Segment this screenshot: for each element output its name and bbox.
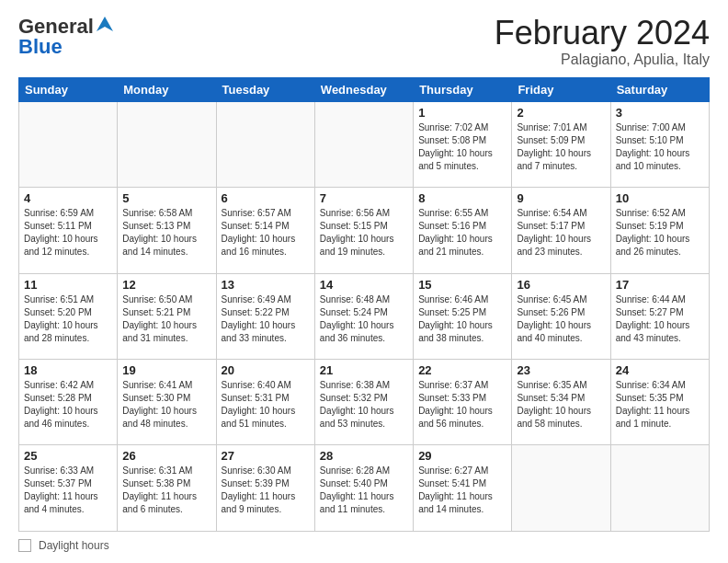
subtitle: Palagiano, Apulia, Italy	[495, 52, 710, 68]
day-info: Sunrise: 6:54 AM Sunset: 5:17 PM Dayligh…	[517, 207, 605, 259]
table-row	[216, 101, 314, 187]
day-number: 20	[222, 363, 310, 377]
table-row	[118, 101, 216, 187]
title-block: February 2024 Palagiano, Apulia, Italy	[495, 15, 710, 68]
day-number: 6	[222, 191, 310, 205]
day-info: Sunrise: 6:49 AM Sunset: 5:22 PM Dayligh…	[222, 293, 310, 345]
daylight-legend-label: Daylight hours	[39, 539, 109, 552]
day-info: Sunrise: 6:52 AM Sunset: 5:19 PM Dayligh…	[616, 207, 704, 259]
logo-blue-text: Blue	[18, 35, 63, 59]
day-info: Sunrise: 7:01 AM Sunset: 5:09 PM Dayligh…	[517, 121, 605, 173]
logo: General Blue	[18, 15, 115, 59]
day-info: Sunrise: 6:35 AM Sunset: 5:34 PM Dayligh…	[517, 379, 605, 431]
table-row: 7Sunrise: 6:56 AM Sunset: 5:15 PM Daylig…	[314, 188, 413, 273]
day-number: 18	[24, 363, 112, 377]
day-info: Sunrise: 6:37 AM Sunset: 5:33 PM Dayligh…	[418, 379, 506, 431]
day-info: Sunrise: 7:00 AM Sunset: 5:10 PM Dayligh…	[616, 121, 704, 173]
daylight-legend-box	[18, 539, 31, 552]
day-info: Sunrise: 6:57 AM Sunset: 5:14 PM Dayligh…	[222, 207, 310, 259]
table-row: 21Sunrise: 6:38 AM Sunset: 5:32 PM Dayli…	[314, 360, 413, 445]
day-number: 17	[616, 278, 704, 292]
day-info: Sunrise: 6:30 AM Sunset: 5:39 PM Dayligh…	[222, 465, 310, 516]
table-row: 23Sunrise: 6:35 AM Sunset: 5:34 PM Dayli…	[512, 360, 610, 445]
day-number: 13	[222, 278, 310, 292]
table-row: 5Sunrise: 6:58 AM Sunset: 5:13 PM Daylig…	[118, 188, 216, 273]
table-row: 29Sunrise: 6:27 AM Sunset: 5:41 PM Dayli…	[414, 445, 512, 532]
day-info: Sunrise: 6:41 AM Sunset: 5:30 PM Dayligh…	[122, 379, 210, 431]
svg-marker-0	[97, 17, 113, 31]
table-row: 6Sunrise: 6:57 AM Sunset: 5:14 PM Daylig…	[216, 188, 314, 273]
weekday-monday: Monday	[118, 77, 216, 101]
table-row: 20Sunrise: 6:40 AM Sunset: 5:31 PM Dayli…	[216, 360, 314, 445]
day-number: 10	[616, 191, 704, 205]
day-info: Sunrise: 6:59 AM Sunset: 5:11 PM Dayligh…	[24, 207, 112, 259]
day-number: 24	[616, 363, 704, 377]
day-info: Sunrise: 6:40 AM Sunset: 5:31 PM Dayligh…	[222, 379, 310, 431]
day-number: 1	[418, 106, 506, 120]
weekday-friday: Friday	[512, 77, 610, 101]
table-row: 8Sunrise: 6:55 AM Sunset: 5:16 PM Daylig…	[414, 188, 512, 273]
calendar-header: Sunday Monday Tuesday Wednesday Thursday…	[19, 77, 710, 101]
day-number: 15	[418, 278, 506, 292]
main-title: February 2024	[495, 15, 710, 52]
day-number: 3	[616, 106, 704, 120]
day-number: 25	[24, 449, 112, 463]
table-row: 15Sunrise: 6:46 AM Sunset: 5:25 PM Dayli…	[414, 273, 512, 359]
day-number: 28	[320, 449, 408, 463]
table-row	[314, 101, 413, 187]
day-info: Sunrise: 6:58 AM Sunset: 5:13 PM Dayligh…	[122, 207, 210, 259]
table-row: 16Sunrise: 6:45 AM Sunset: 5:26 PM Dayli…	[512, 273, 610, 359]
weekday-sunday: Sunday	[19, 77, 118, 101]
day-number: 9	[517, 191, 605, 205]
table-row	[610, 445, 709, 532]
weekday-saturday: Saturday	[610, 77, 709, 101]
day-info: Sunrise: 6:45 AM Sunset: 5:26 PM Dayligh…	[517, 293, 605, 345]
table-row: 2Sunrise: 7:01 AM Sunset: 5:09 PM Daylig…	[512, 101, 610, 187]
day-info: Sunrise: 6:42 AM Sunset: 5:28 PM Dayligh…	[24, 379, 112, 431]
table-row: 10Sunrise: 6:52 AM Sunset: 5:19 PM Dayli…	[610, 188, 709, 273]
footer: Daylight hours	[18, 539, 710, 552]
day-number: 7	[320, 191, 408, 205]
day-info: Sunrise: 6:28 AM Sunset: 5:40 PM Dayligh…	[320, 465, 408, 516]
day-info: Sunrise: 6:44 AM Sunset: 5:27 PM Dayligh…	[616, 293, 704, 345]
table-row	[512, 445, 610, 532]
table-row: 11Sunrise: 6:51 AM Sunset: 5:20 PM Dayli…	[19, 273, 118, 359]
day-number: 8	[418, 191, 506, 205]
day-number: 19	[122, 363, 210, 377]
calendar-table: Sunday Monday Tuesday Wednesday Thursday…	[18, 77, 710, 532]
day-number: 16	[517, 278, 605, 292]
day-info: Sunrise: 6:33 AM Sunset: 5:37 PM Dayligh…	[24, 465, 112, 516]
day-info: Sunrise: 7:02 AM Sunset: 5:08 PM Dayligh…	[418, 121, 506, 173]
table-row: 13Sunrise: 6:49 AM Sunset: 5:22 PM Dayli…	[216, 273, 314, 359]
day-info: Sunrise: 6:51 AM Sunset: 5:20 PM Dayligh…	[24, 293, 112, 345]
weekday-wednesday: Wednesday	[314, 77, 413, 101]
table-row: 26Sunrise: 6:31 AM Sunset: 5:38 PM Dayli…	[118, 445, 216, 532]
table-row: 17Sunrise: 6:44 AM Sunset: 5:27 PM Dayli…	[610, 273, 709, 359]
table-row: 22Sunrise: 6:37 AM Sunset: 5:33 PM Dayli…	[414, 360, 512, 445]
table-row: 9Sunrise: 6:54 AM Sunset: 5:17 PM Daylig…	[512, 188, 610, 273]
day-number: 21	[320, 363, 408, 377]
day-number: 26	[122, 449, 210, 463]
table-row: 24Sunrise: 6:34 AM Sunset: 5:35 PM Dayli…	[610, 360, 709, 445]
weekday-thursday: Thursday	[414, 77, 512, 101]
logo-bird-icon	[95, 15, 115, 35]
day-number: 5	[122, 191, 210, 205]
day-number: 14	[320, 278, 408, 292]
table-row: 18Sunrise: 6:42 AM Sunset: 5:28 PM Dayli…	[19, 360, 118, 445]
table-row: 14Sunrise: 6:48 AM Sunset: 5:24 PM Dayli…	[314, 273, 413, 359]
day-info: Sunrise: 6:46 AM Sunset: 5:25 PM Dayligh…	[418, 293, 506, 345]
day-info: Sunrise: 6:27 AM Sunset: 5:41 PM Dayligh…	[418, 465, 506, 516]
day-number: 4	[24, 191, 112, 205]
day-number: 23	[517, 363, 605, 377]
day-info: Sunrise: 6:38 AM Sunset: 5:32 PM Dayligh…	[320, 379, 408, 431]
day-info: Sunrise: 6:50 AM Sunset: 5:21 PM Dayligh…	[122, 293, 210, 345]
day-number: 11	[24, 278, 112, 292]
page: General Blue February 2024 Palagiano, Ap…	[0, 0, 728, 563]
day-number: 27	[222, 449, 310, 463]
day-number: 22	[418, 363, 506, 377]
day-info: Sunrise: 6:48 AM Sunset: 5:24 PM Dayligh…	[320, 293, 408, 345]
day-info: Sunrise: 6:56 AM Sunset: 5:15 PM Dayligh…	[320, 207, 408, 259]
calendar-body: 1Sunrise: 7:02 AM Sunset: 5:08 PM Daylig…	[19, 101, 710, 531]
weekday-tuesday: Tuesday	[216, 77, 314, 101]
day-info: Sunrise: 6:55 AM Sunset: 5:16 PM Dayligh…	[418, 207, 506, 259]
